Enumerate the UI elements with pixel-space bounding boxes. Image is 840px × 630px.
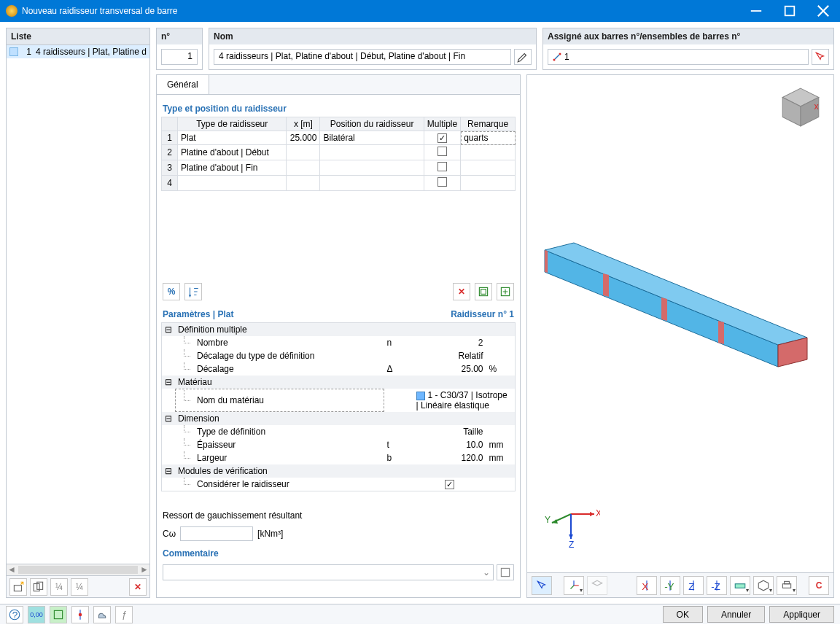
numero-label: n° [157,28,202,44]
svg-text:X: X [642,580,648,591]
comment-title: Commentaire [161,544,516,561]
view-style-button[interactable]: ▾ [730,576,750,595]
tab-general[interactable]: Général [157,75,209,94]
list-toolbar: ¼ ¼ ✕ [7,575,149,597]
cancel-button[interactable]: Annuler [707,606,765,623]
item-swatch-icon [9,47,18,56]
chevron-down-icon: ⌄ [483,567,490,578]
window-title: Nouveau raidisseur transversal de barre [22,6,739,16]
params-table[interactable]: ⊟Définition multiple Nombren2 Décalage d… [161,322,516,491]
tabs: Général [157,75,520,95]
form-area: Général Type et position du raidisseur T… [156,74,521,598]
table-delete-button[interactable]: ✕ [453,283,470,300]
zoom-nz-button[interactable]: -Z [707,576,727,595]
viewer-toolbar: ▾ X -Y Z -Z ▾ ▾ ▾ C [527,572,833,597]
edit-name-button[interactable] [514,49,532,65]
numero-input[interactable]: 1 [161,49,198,65]
assigned-group: Assigné aux barres n°/ensembles de barre… [542,28,834,70]
table-row[interactable]: 2 Platine d'about | Début [162,145,516,160]
material-swatch-icon [416,392,425,400]
svg-rect-4 [14,585,21,591]
mult-check[interactable] [438,177,447,187]
list-scrollbar[interactable]: ◄► [7,564,149,575]
item-text: 4 raidisseurs | Plat, Platine d'about [36,47,147,57]
view-cube-button[interactable]: ▾ [753,576,774,595]
list-body[interactable]: 1 4 raidisseurs | Plat, Platine d'about [7,45,149,564]
comment-extra-button[interactable] [497,564,514,580]
svg-rect-13 [501,568,509,576]
close-button[interactable] [806,0,840,22]
beam-preview-icon [530,214,822,396]
svg-marker-22 [603,273,609,297]
svg-marker-47 [758,580,769,591]
table-row[interactable]: 3 Platine d'about | Fin [162,160,516,176]
ok-button[interactable]: OK [663,606,703,623]
warp-title: Ressort de gauchissement résultant [161,506,516,524]
table-paste-button[interactable] [497,283,514,300]
nom-input[interactable]: 4 raidisseurs | Plat, Platine d'about | … [214,49,511,65]
table-copy-button[interactable] [475,283,492,300]
grid-button[interactable] [50,606,67,623]
units-button[interactable]: 0,00 [28,606,45,623]
svg-text:Z: Z [688,580,694,591]
view-pick-button[interactable] [532,576,552,595]
zoom-y-button[interactable]: -Y [660,576,680,595]
warp-unit: [kNm³] [257,529,283,539]
svg-text:?: ? [12,609,18,620]
mult-check[interactable] [438,162,447,171]
pick-member-button[interactable] [812,49,829,65]
col-x: x [m] [287,117,320,131]
nav-cube-icon[interactable]: x [778,85,823,131]
svg-rect-49 [785,581,790,583]
mult-check[interactable] [438,133,447,143]
zoom-x-button[interactable]: X [637,576,657,595]
warp-input[interactable] [180,526,253,541]
zoom-z-button[interactable]: Z [683,576,704,595]
mult-check[interactable] [438,147,447,156]
svg-text:Z: Z [569,540,574,550]
nom-label: Nom [209,28,536,44]
phase-button-1[interactable]: ¼ [50,578,68,596]
stiffener-table[interactable]: Type de raidisseur x [m] Position du rai… [161,117,516,191]
assigned-label: Assigné aux barres n°/ensembles de barre… [543,28,833,44]
sort-button[interactable] [184,283,202,300]
print-button[interactable]: ▾ [777,576,797,595]
table-row[interactable]: 4 [162,176,516,191]
minimize-button[interactable] [739,0,773,22]
params-right: Raidisseur n° 1 [451,309,514,319]
app-icon [6,5,18,17]
member-icon [553,52,561,61]
apply-button[interactable]: Appliquer [769,606,834,623]
cloud-button[interactable] [93,606,111,623]
point-button[interactable] [71,606,89,623]
svg-line-35 [571,586,575,589]
maximize-button[interactable] [773,0,806,22]
svg-rect-11 [481,289,486,295]
svg-marker-21 [545,250,548,273]
view-isometric-button[interactable] [587,576,607,595]
list-panel: Liste 1 4 raidisseurs | Plat, Platine d'… [6,28,150,598]
col-pos: Position du raidisseur [320,117,424,131]
consider-check[interactable] [445,480,454,489]
svg-marker-26 [590,512,594,516]
copy-item-button[interactable] [30,578,47,596]
svg-marker-37 [592,580,602,586]
svg-rect-46 [735,583,745,588]
svg-text:-Y: -Y [664,580,674,591]
section-type-title: Type et position du raidisseur [161,99,516,117]
table-row[interactable]: 1 Plat 25.000 Bilatéral quarts [162,131,516,145]
svg-marker-23 [661,298,667,321]
viewer-canvas[interactable]: x X [527,75,833,572]
script-button[interactable]: ƒ [115,606,133,623]
assigned-input[interactable]: 1 [548,49,809,65]
axes-button[interactable]: ▾ [564,576,584,595]
svg-text:-Z: -Z [711,580,720,591]
comment-input[interactable]: ⌄ [163,564,494,580]
reset-view-button[interactable]: C [809,576,829,595]
phase-button-2[interactable]: ¼ [71,578,88,596]
delete-item-button[interactable]: ✕ [129,578,147,596]
help-button[interactable]: ? [6,606,23,623]
percent-button[interactable]: % [163,283,180,300]
list-item[interactable]: 1 4 raidisseurs | Plat, Platine d'about [7,45,149,58]
new-item-button[interactable] [9,578,27,596]
